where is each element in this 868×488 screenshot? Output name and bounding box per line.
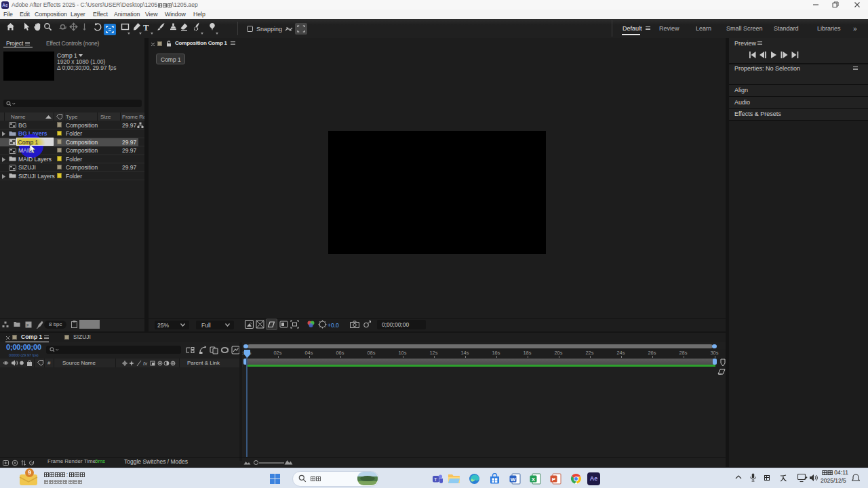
- svg-text:P: P: [552, 476, 556, 483]
- svg-text:F: F: [26, 323, 29, 327]
- svg-text:X: X: [532, 476, 536, 483]
- svg-text:T: T: [434, 476, 437, 483]
- svg-text:fx: fx: [143, 361, 148, 367]
- svg-text:W: W: [511, 476, 516, 483]
